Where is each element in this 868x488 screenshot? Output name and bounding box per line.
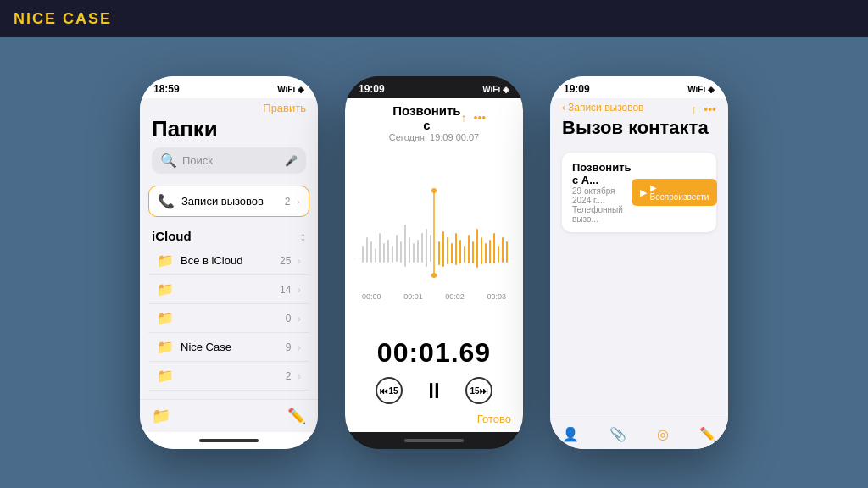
phone1-header: Править Папки 🔍 Поиск 🎤 [140, 98, 318, 186]
compose-icon[interactable]: ✏️ [699, 426, 716, 442]
folder-icon: 📁 [157, 281, 174, 297]
phone2-time: 19:09 [359, 83, 385, 95]
chevron-right-icon: › [298, 256, 301, 266]
audio-subtitle: Сегодня, 19:09 00:07 [389, 132, 479, 142]
svg-point-3 [431, 273, 437, 278]
svg-rect-27 [464, 246, 465, 263]
home-bar [404, 439, 464, 442]
svg-rect-10 [387, 240, 389, 263]
more-options-icon[interactable]: ••• [704, 103, 716, 116]
location-icon[interactable]: ◎ [657, 426, 669, 442]
folder-item-5[interactable]: 📁 2 › [148, 362, 309, 391]
folder-item-allicloud[interactable]: 📁 Все в iCloud 25 › [148, 247, 309, 275]
new-folder-icon[interactable]: 📁 [152, 407, 170, 425]
chevron-right-icon: › [298, 342, 301, 352]
svg-rect-33 [489, 240, 491, 263]
phone3-bottom-bar: 👤 📎 ◎ ✏️ [550, 419, 728, 449]
svg-rect-15 [409, 237, 410, 263]
folder-icon: 📁 [157, 368, 174, 384]
mic-icon: 🎤 [285, 155, 298, 167]
phone-2-mockup: 19:09 WiFi ◈ Позвонить с ↑ ••• Сегодня, … [345, 76, 523, 449]
icloud-sort-icon[interactable]: ↕ [300, 230, 306, 243]
svg-point-2 [431, 188, 437, 193]
svg-rect-18 [421, 233, 423, 263]
call-record-type: Телефонный вызо... [572, 205, 632, 224]
back-navigation[interactable]: ‹ Записи вызовов [562, 102, 644, 114]
phone2-status-bar: 19:09 WiFi ◈ [345, 76, 523, 98]
chevron-right-icon: › [298, 371, 301, 381]
svg-rect-12 [396, 235, 398, 262]
svg-rect-30 [476, 229, 478, 268]
svg-rect-36 [502, 237, 504, 263]
folder-icon: 📁 [157, 252, 174, 269]
forward-15-button[interactable]: 15⏭ [465, 377, 492, 404]
phone2-status-icons: WiFi ◈ [482, 85, 509, 94]
call-record-info: Позвонить с А... 29 октября 2024 г.... Т… [572, 161, 632, 224]
pause-button[interactable]: ⏸ [423, 378, 445, 404]
svg-rect-32 [485, 243, 487, 263]
back-label: Записи вызовов [568, 102, 644, 114]
svg-rect-16 [413, 243, 415, 263]
svg-rect-22 [442, 231, 444, 267]
svg-rect-23 [447, 237, 448, 264]
top-bar: NICE CASE [0, 0, 868, 37]
svg-rect-11 [392, 246, 393, 263]
main-content: 18:59 WiFi ◈ Править Папки 🔍 Поиск 🎤 📞 З… [0, 37, 868, 488]
folder-icon: 📁 [157, 339, 174, 355]
home-indicator-2 [345, 432, 523, 449]
svg-rect-7 [375, 248, 376, 263]
search-bar[interactable]: 🔍 Поиск 🎤 [152, 147, 306, 174]
svg-rect-8 [379, 233, 381, 263]
time-labels: 00:00 00:01 00:02 00:03 [353, 292, 515, 301]
done-button[interactable]: Готово [345, 413, 523, 432]
folder-item-trash[interactable]: 🗑 Недавно удалённые 27 › [148, 391, 309, 399]
svg-rect-17 [417, 240, 419, 263]
svg-rect-26 [459, 240, 461, 263]
svg-rect-9 [383, 243, 385, 263]
folders-title: Папки [152, 116, 306, 142]
waveform-container: 00:00 00:01 00:02 00:03 [345, 147, 523, 334]
share-icon[interactable]: ↑ [691, 103, 697, 116]
icloud-section-label: iCloud ↕ [140, 222, 318, 247]
svg-rect-35 [498, 246, 499, 263]
call-record-name: Позвонить с А... [572, 161, 632, 186]
compose-icon[interactable]: ✏️ [287, 407, 306, 425]
call-record-card[interactable]: Позвонить с А... 29 октября 2024 г.... Т… [562, 152, 716, 232]
svg-rect-4 [362, 246, 364, 263]
svg-rect-20 [430, 235, 431, 262]
search-placeholder: Поиск [182, 154, 280, 167]
contacts-icon[interactable]: 👤 [562, 426, 579, 442]
call-record-date: 29 октября 2024 г.... [572, 186, 632, 205]
svg-rect-31 [481, 237, 482, 264]
highlighted-folder-item[interactable]: 📞 Записи вызовов 2 › [148, 186, 309, 217]
search-icon: 🔍 [160, 152, 177, 169]
logo: NICE CASE [14, 10, 112, 28]
phone-1-mockup: 18:59 WiFi ◈ Править Папки 🔍 Поиск 🎤 📞 З… [140, 76, 318, 449]
phone2-content: Позвонить с ↑ ••• Сегодня, 19:09 00:07 [345, 98, 523, 432]
phone3-header: ‹ Записи вызовов ↑ ••• Вызов контакта [550, 98, 728, 152]
svg-rect-19 [426, 229, 427, 267]
play-button[interactable]: ▶ ▶ Воспроизвести [632, 179, 718, 206]
svg-rect-5 [366, 237, 368, 263]
phone3-status-icons: WiFi ◈ [687, 85, 715, 94]
attachment-icon[interactable]: 📎 [609, 426, 626, 442]
folder-item-2[interactable]: 📁 14 › [148, 275, 309, 304]
edit-button[interactable]: Править [152, 102, 306, 114]
chevron-right-icon: › [298, 285, 301, 295]
audio-controls: ⏮15 ⏸ 15⏭ [376, 377, 492, 404]
share-icon[interactable]: ↑ [461, 111, 467, 125]
folder-item-3[interactable]: 📁 0 › [148, 304, 309, 333]
svg-rect-37 [506, 241, 508, 263]
phone1-status-icons: WiFi ◈ [277, 85, 304, 94]
highlighted-folder-count: 2 [285, 196, 291, 208]
more-options-icon[interactable]: ••• [474, 111, 487, 125]
svg-rect-6 [370, 241, 372, 263]
play-icon: ▶ [640, 187, 647, 198]
home-indicator-1 [140, 432, 318, 449]
rewind-15-button[interactable]: ⏮15 [376, 377, 403, 404]
chevron-right-icon: › [298, 313, 301, 324]
svg-rect-25 [455, 233, 457, 265]
folder-item-nicecase[interactable]: 📁 Nice Case 9 › [148, 333, 309, 362]
phone3-status-bar: 19:09 WiFi ◈ [550, 76, 728, 98]
folder-icon: 📁 [157, 310, 174, 326]
